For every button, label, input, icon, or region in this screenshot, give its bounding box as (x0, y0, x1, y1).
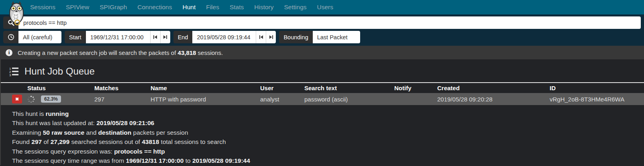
step-backward-icon (153, 35, 157, 39)
bounding-group: Bounding Last Packet (279, 31, 360, 43)
detail-line-status: This hunt is running (12, 109, 644, 118)
step-forward-icon (163, 35, 167, 39)
cell-user: analyst (257, 93, 301, 105)
start-step-backward-button[interactable] (150, 31, 160, 43)
bounding-select[interactable]: Last Packet (313, 31, 360, 43)
start-time-group: Start (65, 31, 170, 43)
time-controls-row: All (careful) Start End (3, 31, 641, 43)
page-title-text: Hunt Job Queue (24, 66, 95, 77)
nav-spigraph[interactable]: SPIGraph (94, 4, 132, 11)
detail-line-time-range: The sessions query time range was from 1… (12, 156, 644, 165)
svg-text:3: 3 (9, 73, 11, 76)
cell-search-text: password (ascii) (301, 93, 391, 105)
progress-badge: 62.3% (41, 95, 61, 103)
start-time-input[interactable] (86, 31, 150, 43)
step-forward-icon (269, 35, 273, 39)
detail-line-updated: This hunt was last updated at: 2019/05/2… (12, 118, 644, 128)
list-ol-icon: 1 2 3 (9, 67, 18, 76)
page-title: 1 2 3 Hunt Job Queue (1, 59, 644, 82)
step-backward-icon (259, 35, 263, 39)
header-actions (1, 83, 24, 93)
time-range-group: All (careful) (3, 31, 61, 43)
nav-connections[interactable]: Connections (132, 4, 177, 11)
detail-line-expression: The sessions query expression was: proto… (12, 147, 644, 156)
cell-name: HTTP with password (147, 93, 257, 105)
header-notify: Notify (391, 83, 434, 93)
end-time-group: End (173, 31, 276, 43)
hunt-details: This hunt is running This hunt was last … (1, 105, 644, 165)
header-search-text: Search text (301, 83, 391, 93)
moloch-owl-logo[interactable] (7, 0, 26, 26)
header-name: Name (147, 83, 257, 93)
nav-history[interactable]: History (249, 4, 279, 11)
bounding-label: Bounding (279, 31, 312, 43)
search-row (3, 16, 641, 29)
info-icon: i (6, 49, 12, 56)
header-status: Status (24, 83, 91, 93)
time-range-select[interactable]: All (careful) (18, 31, 61, 43)
info-bar: i Creating a new packet search job will … (0, 46, 644, 59)
table-header-row: Status Matches Name User Search text Not… (1, 83, 644, 93)
info-message: Creating a new packet search job will se… (18, 49, 223, 56)
nav-hunt[interactable]: Hunt (177, 4, 201, 11)
cell-matches: 297 (91, 93, 147, 105)
detail-line-found: Found 297 of 27,299 searched sessions ou… (12, 137, 644, 146)
start-label: Start (65, 31, 86, 43)
nav-users[interactable]: Users (312, 4, 338, 11)
header-created: Created (434, 83, 546, 93)
end-step-forward-button[interactable] (266, 31, 276, 43)
hunt-job-table: Status Matches Name User Search text Not… (1, 82, 644, 105)
cell-created: 2019/05/28 09:20:28 (434, 93, 546, 105)
end-step-backward-button[interactable] (256, 31, 266, 43)
header-matches: Matches (91, 83, 147, 93)
nav-settings[interactable]: Settings (279, 4, 312, 11)
search-input[interactable] (18, 16, 641, 29)
header-id: ID (546, 83, 644, 93)
cell-id: vRgH_2oB-8T3HMe4R6WA (546, 93, 644, 105)
detail-line-examining: Examining 50 raw source and destination … (12, 128, 644, 137)
nav-sessions[interactable]: Sessions (25, 4, 61, 11)
end-time-input[interactable] (192, 31, 256, 43)
query-section: All (careful) Start End (0, 14, 644, 46)
cancel-hunt-button[interactable]: ✖ (12, 95, 22, 103)
hunt-job-row: ✖ (1, 93, 644, 105)
cell-notify (391, 93, 434, 105)
nav-stats[interactable]: Stats (224, 4, 249, 11)
time-range-button[interactable] (3, 31, 18, 43)
top-navbar: Sessions SPIView SPIGraph Connections Hu… (0, 0, 644, 14)
start-step-forward-button[interactable] (160, 31, 170, 43)
nav-spiview[interactable]: SPIView (61, 4, 94, 11)
nav-files[interactable]: Files (201, 4, 224, 11)
end-label: End (173, 31, 193, 43)
spinner-icon (27, 95, 35, 103)
clock-icon (8, 34, 14, 40)
header-user: User (257, 83, 301, 93)
hunt-content: 1 2 3 Hunt Job Queue Status Matches Name… (0, 59, 644, 165)
